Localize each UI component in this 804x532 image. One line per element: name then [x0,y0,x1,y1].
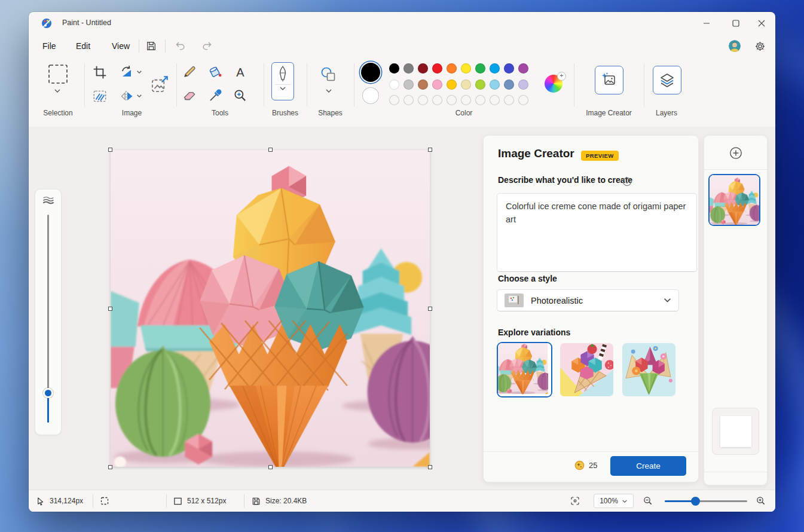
crop-button[interactable] [92,65,108,80]
color-swatch-empty[interactable] [461,95,471,105]
color-swatch-empty[interactable] [490,95,500,105]
variation-thumbnail-3[interactable] [622,343,675,396]
color-swatch-empty[interactable] [504,95,514,105]
selection-tool-button[interactable] [47,63,69,85]
color-swatch[interactable] [389,80,399,90]
avatar-icon [728,39,741,53]
color-swatch-empty[interactable] [389,95,399,105]
selection-handle[interactable] [428,307,432,311]
redo-icon [201,40,213,52]
menu-edit[interactable]: Edit [68,38,98,54]
variation-thumbnail-2[interactable] [560,343,613,396]
selection-handle[interactable] [108,307,112,311]
fit-to-window-button[interactable] [570,490,580,512]
flip-button[interactable] [120,89,134,103]
redo-button[interactable] [200,39,214,53]
variation-thumbnail-1[interactable] [498,343,551,396]
selection-handle[interactable] [268,465,273,469]
color-swatch-empty[interactable] [432,95,442,105]
color-swatch[interactable] [432,80,442,90]
eraser-tool-button[interactable] [182,88,197,103]
remove-background-button[interactable] [92,88,108,104]
chevron-down-icon[interactable] [279,86,286,91]
fill-tool-button[interactable] [207,64,223,80]
settings-button[interactable] [753,39,767,53]
color-swatch-empty[interactable] [418,95,428,105]
color-swatch[interactable] [518,80,528,90]
layer-thumbnail[interactable] [710,175,759,225]
zoom-out-button[interactable] [643,490,653,512]
close-button[interactable] [748,12,775,35]
zoom-level-dropdown[interactable]: 100% [594,494,634,508]
menu-view[interactable]: View [104,38,137,54]
rotate-button[interactable] [120,65,134,80]
color-swatch[interactable] [447,80,457,90]
layers-button[interactable] [653,66,681,94]
magnifier-tool-button[interactable] [233,88,248,103]
zoom-in-button[interactable] [756,490,766,512]
selection-handle[interactable] [108,148,112,152]
color-swatch[interactable] [432,63,442,74]
selection-handle[interactable] [428,465,432,469]
color-swatch[interactable] [475,63,485,74]
crop-icon [92,65,108,80]
image-creator-button[interactable] [595,66,623,94]
resize-image-button[interactable] [149,74,170,94]
color-swatch-empty[interactable] [475,95,485,105]
selection-handle[interactable] [428,148,432,152]
color-swatch[interactable] [504,80,514,90]
create-button[interactable]: Create [610,456,686,476]
background-color-swatch[interactable] [362,87,379,104]
text-tool-button[interactable]: A [233,65,248,80]
color-swatch-empty[interactable] [518,95,528,105]
undo-button[interactable] [173,39,188,53]
credits-indicator: 25 [574,460,597,470]
canvas-image[interactable] [111,150,430,467]
add-layer-button[interactable] [729,146,743,160]
brushes-button[interactable] [271,62,294,100]
flip-dropdown-chevron[interactable] [136,94,142,98]
color-swatch-empty[interactable] [403,95,414,105]
color-picker-tool-button[interactable] [207,88,223,103]
credits-count: 25 [589,461,597,470]
canvas-size-value: 512 x 512px [187,497,226,505]
menu-file[interactable]: File [35,38,64,54]
color-swatch[interactable] [475,80,485,90]
canvas[interactable] [111,150,430,467]
style-label: Choose a style [498,274,557,283]
color-swatch[interactable] [461,80,471,90]
color-swatch-empty[interactable] [447,95,457,105]
maximize-button[interactable] [722,12,750,35]
rotate-dropdown-chevron[interactable] [136,70,142,74]
background-layer-tile[interactable] [712,408,759,455]
zoom-slider-thumb[interactable] [691,497,700,506]
add-color-icon[interactable]: + [557,72,566,81]
shapes-dropdown-chevron[interactable] [325,88,332,93]
account-avatar[interactable] [727,39,742,53]
color-swatch[interactable] [403,80,414,90]
selection-handle[interactable] [108,465,112,469]
selection-handle[interactable] [268,148,273,152]
foreground-color-swatch[interactable] [361,63,380,82]
shapes-button[interactable] [319,66,338,84]
magnifier-plus-icon [756,496,766,506]
slider-thumb[interactable] [43,388,53,398]
magnifier-minus-icon [643,496,653,506]
color-swatch[interactable] [461,63,471,74]
color-swatch[interactable] [389,63,399,74]
prompt-input[interactable]: Colorful ice creme cone made of origami … [497,193,697,272]
color-swatch[interactable] [490,63,500,74]
color-swatch[interactable] [403,63,414,74]
color-swatch[interactable] [447,63,457,74]
color-swatch[interactable] [504,63,514,74]
save-button[interactable] [144,39,158,53]
color-swatch[interactable] [418,63,428,74]
color-swatch[interactable] [418,80,428,90]
selection-dropdown-chevron[interactable] [54,88,61,93]
color-swatch[interactable] [518,63,528,74]
minimize-button[interactable] [693,12,720,35]
style-dropdown[interactable]: Photorealistic [497,289,679,311]
color-swatch[interactable] [490,80,500,90]
pencil-tool-button[interactable] [182,64,197,80]
info-icon[interactable] [622,177,632,186]
